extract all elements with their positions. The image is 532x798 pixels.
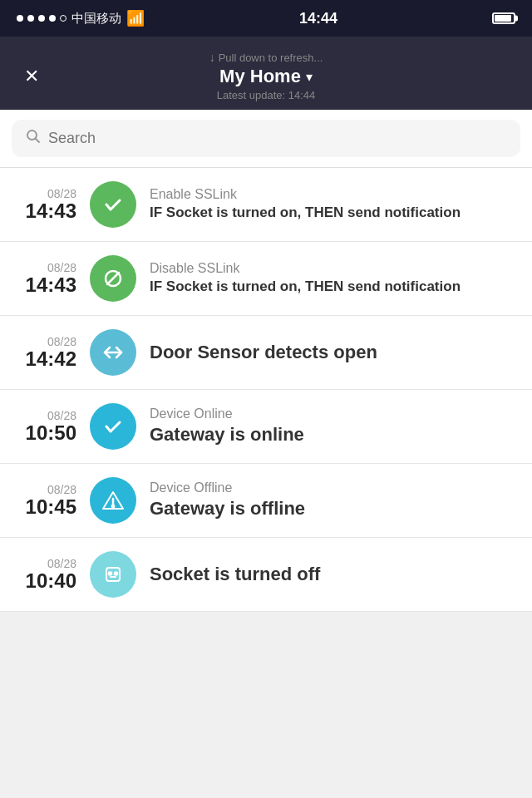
notif-content: Socket is turned off: [150, 563, 515, 587]
notif-date: 08/28: [47, 335, 76, 348]
status-left: 中国移动 📶: [17, 9, 145, 27]
chevron-down-icon: ▾: [306, 69, 313, 85]
notifications-list: 08/28 14:43 Enable SSLinkIF Socket is tu…: [0, 168, 532, 612]
battery-indicator: [492, 12, 515, 24]
dot-2: [27, 15, 34, 22]
notif-body: Door Sensor detects open: [150, 341, 515, 365]
notif-content: Device OfflineGateway is offline: [150, 480, 515, 521]
expand-icon: [90, 329, 136, 376]
notif-date: 08/28: [47, 409, 76, 422]
refresh-hint: ↓ Pull down to refresh...: [209, 51, 323, 64]
notification-item[interactable]: 08/28 10:40 Socket is turned off: [0, 538, 532, 612]
notif-content: Device OnlineGateway is online: [150, 406, 515, 447]
svg-line-3: [107, 273, 119, 284]
notif-body: Gateway is offline: [150, 497, 515, 521]
svg-point-10: [115, 573, 117, 575]
notif-date: 08/28: [47, 557, 76, 570]
notif-body: IF Socket is turned on, THEN send notifi…: [150, 278, 515, 296]
notification-item[interactable]: 08/28 14:43 Enable SSLinkIF Socket is tu…: [0, 168, 532, 242]
notif-time: 08/28 14:42: [17, 335, 76, 370]
warning-icon: [90, 477, 136, 524]
refresh-hint-text: Pull down to refresh...: [219, 52, 323, 64]
green-check-icon: [90, 181, 136, 228]
notif-date: 08/28: [47, 261, 76, 274]
notif-date: 08/28: [47, 483, 76, 496]
notif-body: Gateway is online: [150, 423, 515, 447]
notif-clock: 14:43: [26, 274, 76, 296]
notif-title: Device Offline: [150, 480, 515, 495]
notif-content: Door Sensor detects open: [150, 341, 515, 365]
notif-clock: 14:43: [26, 200, 76, 222]
nav-subtitle: Latest update: 14:44: [217, 89, 316, 101]
notif-content: Enable SSLinkIF Socket is turned on, THE…: [150, 187, 515, 222]
notification-item[interactable]: 08/28 10:50 Device OnlineGateway is onli…: [0, 390, 532, 464]
notif-clock: 14:42: [26, 348, 76, 370]
notif-content: Disable SSLinkIF Socket is turned on, TH…: [150, 261, 515, 296]
nav-title-row[interactable]: My Home ▾: [219, 66, 313, 87]
svg-point-9: [109, 573, 111, 575]
search-container: [0, 110, 532, 168]
notif-body: IF Socket is turned on, THEN send notifi…: [150, 204, 515, 222]
notif-title: Enable SSLink: [150, 187, 515, 202]
notif-clock: 10:40: [26, 570, 76, 592]
dot-1: [17, 15, 23, 22]
notif-date: 08/28: [47, 187, 76, 200]
notif-title: Device Online: [150, 406, 515, 421]
dot-4: [49, 15, 56, 22]
socket-icon: [90, 551, 136, 598]
dot-5: [60, 15, 66, 22]
svg-point-7: [112, 505, 114, 507]
notif-clock: 10:45: [26, 496, 76, 518]
notification-item[interactable]: 08/28 14:42 Door Sensor detects open: [0, 316, 532, 390]
battery-fill: [495, 15, 511, 22]
nav-bar: ✕ ↓ Pull down to refresh... My Home ▾ La…: [0, 37, 532, 110]
notif-time: 08/28 10:45: [17, 483, 76, 518]
notif-clock: 10:50: [26, 422, 76, 444]
status-time: 14:44: [299, 10, 337, 27]
search-icon: [25, 128, 42, 149]
notif-time: 08/28 10:40: [17, 557, 76, 592]
search-input[interactable]: [48, 130, 507, 147]
nav-center: ↓ Pull down to refresh... My Home ▾ Late…: [0, 51, 532, 101]
close-button[interactable]: ✕: [17, 62, 47, 91]
notification-item[interactable]: 08/28 10:45 Device OfflineGateway is off…: [0, 464, 532, 538]
status-bar: 中国移动 📶 14:44: [0, 0, 532, 37]
svg-line-1: [36, 139, 40, 143]
notif-title: Disable SSLink: [150, 261, 515, 276]
carrier-text: 中国移动: [71, 11, 121, 27]
signal-dots: [17, 15, 66, 22]
check-icon: [90, 403, 136, 450]
wifi-icon: 📶: [126, 9, 145, 27]
notification-item[interactable]: 08/28 14:43 Disable SSLinkIF Socket is t…: [0, 242, 532, 316]
search-bar[interactable]: [12, 120, 520, 157]
arrow-down-icon: ↓: [209, 51, 215, 64]
notif-time: 08/28 14:43: [17, 261, 76, 296]
notif-time: 08/28 10:50: [17, 409, 76, 444]
green-no-icon: [90, 255, 136, 302]
dot-3: [38, 15, 45, 22]
notif-time: 08/28 14:43: [17, 187, 76, 222]
nav-title: My Home: [219, 66, 301, 87]
notif-body: Socket is turned off: [150, 563, 515, 587]
battery-body: [492, 12, 515, 24]
